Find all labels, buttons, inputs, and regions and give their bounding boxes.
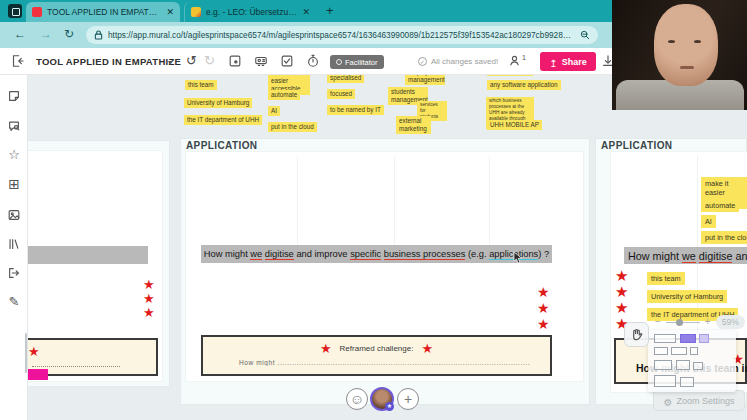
facilitator-star-badge bbox=[385, 402, 394, 411]
refresh-button[interactable]: ↻ bbox=[64, 27, 74, 41]
mural-favicon bbox=[32, 7, 42, 17]
back-button[interactable]: ← bbox=[14, 27, 26, 41]
lock-icon[interactable] bbox=[94, 30, 103, 40]
redo-button[interactable] bbox=[204, 54, 215, 67]
minimap[interactable] bbox=[648, 330, 736, 392]
facilitator-label: Facilitator bbox=[345, 58, 378, 67]
vote-star[interactable] bbox=[143, 292, 155, 305]
zoom-settings-button[interactable]: Zoom Settings bbox=[653, 390, 745, 411]
user-avatar[interactable] bbox=[370, 387, 394, 411]
share-button[interactable]: Share bbox=[540, 52, 596, 71]
reactions-button[interactable] bbox=[346, 388, 368, 410]
vote-star[interactable] bbox=[537, 301, 550, 315]
sticky-note[interactable]: any software application bbox=[487, 80, 561, 90]
sticky-note[interactable]: external marketing bbox=[396, 116, 431, 134]
sticky-note[interactable]: put in the cloud bbox=[268, 122, 317, 132]
pink-tag[interactable] bbox=[28, 369, 48, 380]
image-tool[interactable] bbox=[6, 207, 22, 223]
vote-star[interactable] bbox=[537, 317, 550, 331]
leo-favicon bbox=[191, 7, 201, 17]
minimap-frame bbox=[654, 375, 676, 387]
vote-star[interactable] bbox=[143, 306, 155, 319]
exit-board-icon[interactable] bbox=[10, 54, 24, 72]
draw-tool[interactable] bbox=[6, 294, 22, 310]
center-reframed-box[interactable]: Reframed challenge: How might ..........… bbox=[201, 335, 552, 376]
present-screen-icon[interactable] bbox=[254, 54, 268, 72]
sidebar-scrollbar[interactable] bbox=[25, 333, 27, 373]
minimap-frame-active bbox=[680, 334, 696, 343]
zoom-settings-label: Zoom Settings bbox=[676, 396, 734, 406]
sticky-note[interactable]: UHH MOBILE AP bbox=[487, 120, 542, 130]
add-collaborator-button[interactable] bbox=[397, 388, 419, 410]
sticky-note[interactable]: focused bbox=[327, 89, 355, 99]
sticky-note[interactable]: the IT department of UHH bbox=[184, 115, 262, 125]
collaborators-button[interactable]: 1 bbox=[508, 54, 526, 67]
close-tab-icon[interactable] bbox=[166, 8, 174, 17]
frame-center-title[interactable]: APPLICATION bbox=[186, 140, 257, 151]
minimap-frame bbox=[654, 334, 676, 343]
frame-left-question-bar[interactable] bbox=[28, 246, 148, 264]
tab-leo[interactable]: e.g. - LEO: Übersetzung im Engli bbox=[184, 2, 316, 22]
close-tab-icon[interactable] bbox=[302, 8, 310, 17]
minimap-frame bbox=[690, 347, 698, 355]
facilitator-badge[interactable]: Facilitator bbox=[330, 55, 384, 69]
question-text: How might we digitise and improve specif… bbox=[204, 249, 549, 259]
vote-star[interactable] bbox=[143, 278, 155, 291]
vote-star[interactable] bbox=[537, 285, 550, 299]
sticky-note[interactable]: AI bbox=[701, 215, 716, 228]
person-icon bbox=[508, 54, 521, 67]
zoom-out-button[interactable]: − bbox=[655, 317, 661, 327]
sticky-note[interactable]: automate bbox=[701, 199, 739, 212]
zoom-slider[interactable] bbox=[666, 322, 700, 323]
sticky-note-tool[interactable] bbox=[6, 88, 22, 104]
facilitator-dot-icon bbox=[336, 59, 342, 65]
browser-workspace-icon[interactable] bbox=[8, 4, 22, 18]
url-box[interactable]: https://app.mural.co/t/agilesprintspace6… bbox=[86, 26, 598, 44]
vote-star bbox=[320, 342, 332, 355]
comment-tool[interactable] bbox=[6, 118, 22, 134]
sticky-note[interactable]: AI bbox=[268, 106, 280, 116]
zoom-control[interactable]: − + 59% bbox=[655, 315, 745, 329]
pan-hand-button[interactable] bbox=[624, 322, 649, 347]
board-title[interactable]: TOOL APPLIED IN EMPATHIZE bbox=[36, 56, 181, 67]
reframed-title-row: Reframed challenge: bbox=[203, 342, 550, 355]
browser-zoom-icon[interactable] bbox=[580, 30, 590, 40]
sticky-note[interactable]: University of Hamburg bbox=[647, 290, 727, 303]
zoom-slider-handle[interactable] bbox=[676, 319, 683, 326]
zoom-percent[interactable]: 59% bbox=[716, 315, 745, 329]
forward-button[interactable]: → bbox=[40, 27, 52, 41]
webcam-person-mouth bbox=[680, 66, 694, 69]
sticky-note[interactable]: this team bbox=[185, 80, 217, 90]
voting-tool[interactable] bbox=[6, 147, 22, 163]
library-tool[interactable] bbox=[6, 236, 22, 252]
reframed-prompt[interactable]: How might ..............................… bbox=[239, 359, 539, 366]
webcam-person-face bbox=[654, 4, 718, 86]
center-question[interactable]: How might we digitise and improve specif… bbox=[201, 245, 552, 263]
sticky-note[interactable]: University of Hamburg bbox=[184, 98, 252, 108]
voting-checkbox-icon[interactable] bbox=[280, 54, 294, 72]
minimap-frame bbox=[680, 377, 694, 387]
vote-star[interactable] bbox=[615, 284, 628, 299]
hand-icon bbox=[630, 328, 643, 341]
url-text[interactable]: https://app.mural.co/t/agilesprintspace6… bbox=[108, 30, 575, 40]
reframed-label: Reframed challenge: bbox=[340, 344, 414, 353]
sticky-note[interactable]: to be named by IT bbox=[327, 105, 384, 115]
right-question[interactable]: How might we digitise and im bbox=[624, 247, 747, 264]
sticky-note[interactable]: automate bbox=[268, 90, 300, 100]
export-area-tool[interactable] bbox=[6, 265, 22, 281]
zoom-in-button[interactable]: + bbox=[705, 317, 711, 327]
frame-right-title[interactable]: APPLICATION bbox=[601, 140, 672, 151]
frameworks-tool[interactable] bbox=[6, 176, 22, 192]
timer-icon[interactable] bbox=[306, 54, 320, 72]
sticky-note[interactable]: this team bbox=[647, 272, 685, 285]
vote-star[interactable] bbox=[615, 300, 628, 315]
tab-mural[interactable]: TOOL APPLIED IN EMPATHIZE · / bbox=[26, 2, 180, 22]
undo-button[interactable] bbox=[186, 54, 197, 67]
column-divider bbox=[297, 157, 298, 247]
chevron-down-icon[interactable]: ▾ bbox=[168, 58, 172, 67]
minimap-frame bbox=[699, 334, 709, 343]
frameworks-icon[interactable] bbox=[228, 54, 242, 72]
sticky-note[interactable]: put in the cloud bbox=[701, 231, 747, 244]
new-tab-button[interactable] bbox=[326, 3, 334, 18]
vote-star[interactable] bbox=[615, 268, 628, 283]
